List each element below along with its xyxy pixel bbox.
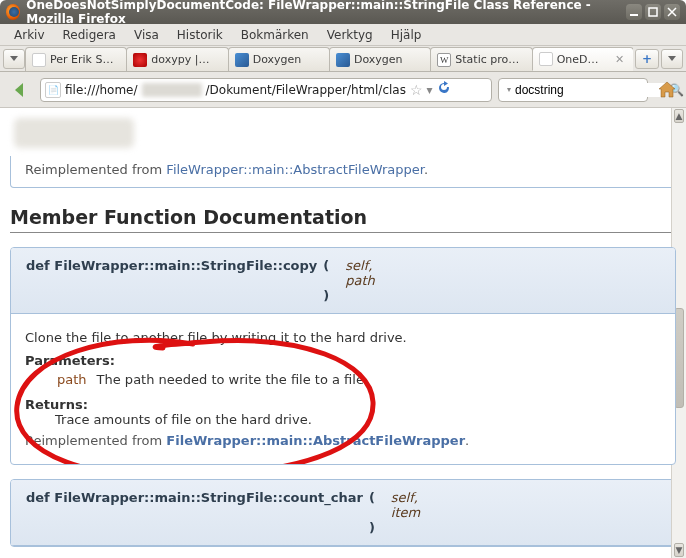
tab-close-iconersatz[interactable]: ✕ bbox=[615, 53, 627, 65]
url-suffix: /Dokument/FileWrapper/html/clas bbox=[206, 83, 406, 97]
url-prefix: file:///home/ bbox=[65, 83, 138, 97]
svg-rect-0 bbox=[649, 8, 657, 16]
blurred-logo bbox=[14, 118, 134, 148]
tab-5[interactable]: OneD…✕ bbox=[532, 47, 633, 71]
tab-label: Static pro… bbox=[455, 53, 525, 66]
back-button[interactable] bbox=[6, 77, 34, 103]
search-input[interactable] bbox=[515, 83, 665, 97]
member-count-char: def FileWrapper::main::StringFile::count… bbox=[10, 479, 676, 547]
url-dropdown-icon[interactable]: ▾ bbox=[427, 83, 433, 97]
tab-3[interactable]: Doxygen bbox=[329, 47, 431, 71]
maximize-button[interactable] bbox=[645, 4, 661, 20]
menu-bar: Arkiv Redigera Visa Historik Bokmärken V… bbox=[0, 24, 686, 46]
close-button[interactable] bbox=[664, 4, 680, 20]
search-dropdown-icon[interactable]: ▾ bbox=[507, 85, 511, 94]
parameters-table: pathThe path needed to write the file to… bbox=[55, 370, 370, 389]
tab-label: Doxygen bbox=[253, 53, 323, 66]
parameters-heading: Parameters: bbox=[25, 353, 661, 368]
url-bar[interactable]: 📄 file:///home/ /Dokument/FileWrapper/ht… bbox=[40, 78, 492, 102]
reimplemented-note: Reimplemented from FileWrapper::main::Ab… bbox=[25, 433, 661, 448]
tab-label: doxypy |… bbox=[151, 53, 221, 66]
tab-1[interactable]: doxypy |… bbox=[126, 47, 228, 71]
menu-redigera[interactable]: Redigera bbox=[55, 26, 124, 44]
returns-value: Trace amounts of file on the hard drive. bbox=[55, 412, 661, 427]
tab-label: Per Erik S… bbox=[50, 53, 120, 66]
member-copy-doc: Clone the file to another file by writin… bbox=[11, 314, 675, 464]
member-copy-signature: def FileWrapper::main::StringFile::copy … bbox=[11, 248, 675, 314]
returns-heading: Returns: bbox=[25, 397, 661, 412]
tab-2[interactable]: Doxygen bbox=[228, 47, 330, 71]
member-count-char-signature: def FileWrapper::main::StringFile::count… bbox=[11, 480, 675, 546]
member-copy: def FileWrapper::main::StringFile::copy … bbox=[10, 247, 676, 465]
tab-overflow-button[interactable] bbox=[661, 49, 683, 69]
tab-label: Doxygen bbox=[354, 53, 424, 66]
menu-visa[interactable]: Visa bbox=[126, 26, 167, 44]
scroll-up-icon[interactable]: ▲ bbox=[674, 109, 684, 123]
menu-arkiv[interactable]: Arkiv bbox=[6, 26, 53, 44]
tab-4[interactable]: WStatic pro… bbox=[430, 47, 532, 71]
firefox-icon bbox=[6, 4, 20, 20]
reload-button[interactable] bbox=[437, 81, 451, 98]
reimplemented-link-top[interactable]: FileWrapper::main::AbstractFileWrapper bbox=[166, 162, 424, 177]
window-title: OneDoesNotSimplyDocumentCode: FileWrappe… bbox=[26, 0, 623, 26]
section-heading: Member Function Documentation bbox=[10, 188, 676, 233]
nav-toolbar: 📄 file:///home/ /Dokument/FileWrapper/ht… bbox=[0, 72, 686, 108]
search-bar[interactable]: ▾ 🔍 bbox=[498, 78, 648, 102]
tab-label: OneD… bbox=[557, 53, 611, 66]
page-content: ▲ ▼ Reimplemented from FileWrapper::main… bbox=[0, 108, 686, 558]
menu-bokmarken[interactable]: Bokmärken bbox=[233, 26, 317, 44]
menu-verktyg[interactable]: Verktyg bbox=[319, 26, 381, 44]
menu-historik[interactable]: Historik bbox=[169, 26, 231, 44]
scroll-down-icon[interactable]: ▼ bbox=[674, 543, 684, 557]
url-redacted bbox=[142, 83, 202, 97]
tab-0[interactable]: Per Erik S… bbox=[25, 47, 127, 71]
window-titlebar: OneDoesNotSimplyDocumentCode: FileWrappe… bbox=[0, 0, 686, 24]
home-button[interactable] bbox=[654, 77, 680, 103]
reimplemented-link[interactable]: FileWrapper::main::AbstractFileWrapper bbox=[166, 433, 465, 448]
tab-list-button[interactable] bbox=[3, 49, 25, 69]
reimplemented-note-top: Reimplemented from FileWrapper::main::Ab… bbox=[10, 156, 676, 188]
new-tab-button[interactable]: + bbox=[635, 49, 659, 69]
bookmark-star-icon[interactable]: ☆ bbox=[410, 82, 423, 98]
menu-hjalp[interactable]: Hjälp bbox=[383, 26, 430, 44]
tab-strip: Per Erik S…doxypy |…DoxygenDoxygenWStati… bbox=[0, 46, 686, 72]
minimize-button[interactable] bbox=[626, 4, 642, 20]
page-identity-icon: 📄 bbox=[45, 82, 61, 98]
member-copy-description: Clone the file to another file by writin… bbox=[25, 330, 661, 345]
